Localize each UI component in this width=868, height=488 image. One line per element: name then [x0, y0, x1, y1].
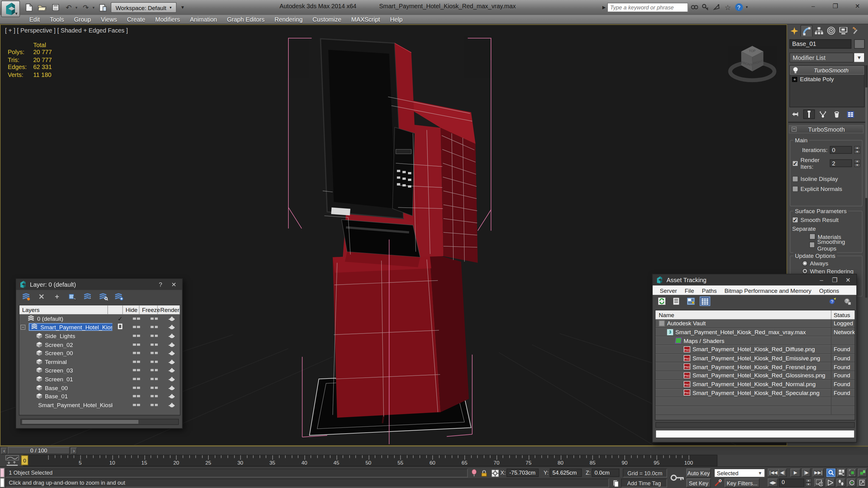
time-configuration-button[interactable]	[814, 479, 824, 487]
render-teapot-icon[interactable]	[168, 402, 175, 408]
menu-rendering[interactable]: Rendering	[270, 16, 308, 23]
stack-item-label[interactable]: TurboSmooth	[801, 67, 861, 73]
stack-item-label[interactable]: Editable Poly	[800, 76, 834, 83]
toggle-dash[interactable]	[133, 343, 140, 346]
asset-row[interactable]: PNGSmart_Payment_Hotel_Kiosk_Red_Glossin…	[655, 371, 855, 380]
absolute-offset-mode-icon[interactable]	[490, 468, 499, 477]
communication-center-icon[interactable]	[712, 2, 721, 12]
ats-minimize-button[interactable]: –	[816, 277, 827, 283]
toggle-dash[interactable]	[151, 395, 158, 397]
expand-icon[interactable]: +	[792, 77, 797, 82]
tab-display[interactable]	[837, 25, 849, 36]
selection-set-dropdown[interactable]: Selected ▼	[714, 468, 765, 477]
maxscript-mini-listener[interactable]	[0, 468, 5, 487]
y-coordinate-field[interactable]: 54.625cm	[550, 468, 582, 477]
pan-view-button[interactable]	[826, 479, 835, 487]
menu-maxscript[interactable]: MAXScript	[346, 16, 385, 23]
asset-row[interactable]: PNGSmart_Payment_Hotel_Kiosk_Red_Specula…	[655, 389, 855, 397]
tab-modify[interactable]	[801, 25, 813, 36]
viewcube-top-label[interactable]: TOP	[749, 49, 756, 53]
open-mini-curve-editor-icon[interactable]	[5, 455, 19, 460]
modifier-list-dropdown[interactable]: Modifier List ▼	[789, 53, 865, 63]
layer-row[interactable]: Screen_01	[20, 375, 180, 383]
show-end-result-button[interactable]	[803, 109, 815, 119]
menu-create[interactable]: Create	[122, 16, 150, 23]
update-radio-when-rendering[interactable]	[802, 268, 807, 274]
toggle-dash[interactable]	[133, 378, 140, 380]
render-teapot-icon[interactable]	[168, 367, 175, 373]
asset-list-header[interactable]: Name Status	[655, 311, 855, 319]
layer-dialog-titlebar[interactable]: Layer: 0 (default) ? ✕	[16, 279, 182, 290]
layer-row[interactable]: Screen_00	[20, 349, 180, 357]
ats-scroll-strip[interactable]	[655, 422, 855, 427]
update-radio-always[interactable]	[802, 261, 807, 266]
x-coordinate-field[interactable]: -75.703cm	[506, 468, 539, 477]
column-current[interactable]	[108, 305, 123, 314]
refresh-button[interactable]	[656, 296, 667, 306]
add-selection-to-layer-button[interactable]: +	[52, 292, 62, 302]
z-coordinate-field[interactable]: 0.0cm	[592, 468, 619, 477]
play-button[interactable]: ▶	[790, 468, 801, 477]
materials-checkbox[interactable]: ✓	[809, 233, 815, 239]
close-button[interactable]: ✕	[850, 1, 865, 11]
object-color-swatch[interactable]	[854, 39, 865, 48]
asset-row[interactable]: Maps / Shaders	[655, 336, 855, 346]
favorites-star-icon[interactable]: ☆	[723, 2, 733, 12]
layer-list-header[interactable]: Layers Hide Freeze Render	[20, 305, 180, 314]
toggle-dash[interactable]	[151, 335, 158, 337]
zoom-extents-all-button[interactable]	[858, 468, 867, 477]
toggle-dash[interactable]	[151, 361, 158, 363]
stack-item-editable-poly[interactable]: + Editable Poly	[790, 75, 864, 84]
frame-spinner[interactable]: ▲▼	[805, 479, 811, 486]
maximize-viewport-toggle-button[interactable]	[857, 479, 866, 487]
select-objects-in-layer-button[interactable]	[67, 292, 78, 302]
go-to-end-button[interactable]: ▶▶|	[813, 468, 824, 477]
asset-row[interactable]: PNGSmart_Payment_Hotel_Kiosk_Red_Diffuse…	[655, 345, 855, 354]
viewcube[interactable]: TOP FRONT RIGHT	[725, 39, 779, 87]
toggle-dash[interactable]	[133, 318, 140, 320]
iterations-spinner[interactable]: ▲▼	[854, 146, 860, 154]
menu-edit[interactable]: Edit	[24, 16, 45, 23]
zoom-all-button[interactable]	[837, 468, 846, 477]
tab-create[interactable]	[788, 25, 801, 36]
layer-row[interactable]: Base_01	[20, 392, 180, 400]
menu-help[interactable]: Help	[385, 16, 408, 23]
layer-horizontal-scrollbar[interactable]	[20, 419, 179, 425]
tab-motion[interactable]	[825, 25, 837, 36]
help-topics-icon[interactable]: ?	[828, 296, 838, 306]
layer-row[interactable]: Screen_02	[20, 340, 180, 349]
set-current-layer-button[interactable]	[83, 292, 93, 302]
ats-close-button[interactable]: ✕	[843, 276, 853, 284]
layer-row[interactable]: Side_Lights	[20, 331, 180, 340]
current-layer-box[interactable]	[118, 324, 123, 329]
collapse-branch-icon[interactable]: −	[20, 325, 25, 330]
toggle-dash[interactable]	[133, 386, 140, 389]
render-teapot-icon[interactable]	[168, 385, 175, 390]
iterations-field[interactable]: 0	[830, 146, 852, 154]
render-teapot-icon[interactable]	[168, 393, 175, 399]
panel-scrollbar[interactable]	[865, 65, 867, 298]
layer-row[interactable]: Terminal	[20, 357, 180, 366]
render-teapot-icon[interactable]	[168, 376, 175, 382]
auto-key-button[interactable]: Auto Key	[686, 468, 711, 477]
make-unique-button[interactable]	[817, 109, 829, 119]
highlight-selected-layer-button[interactable]	[98, 292, 109, 302]
workspace-selector[interactable]: Workspace: Default ▾	[111, 2, 177, 13]
previous-frame-button[interactable]: ◀|	[778, 468, 786, 477]
render-teapot-icon[interactable]	[168, 342, 175, 347]
asset-row[interactable]: 3Smart_Payment_Hotel_Kiosk_Red_max_vray.…	[655, 328, 855, 336]
create-new-layer-button[interactable]	[20, 292, 31, 302]
next-frame-button[interactable]: |▶	[802, 468, 810, 477]
toggle-dash[interactable]	[133, 395, 140, 397]
collapse-icon[interactable]: −	[792, 127, 797, 132]
toggle-dash[interactable]	[133, 361, 140, 363]
ats-menu-server[interactable]: Server	[656, 287, 681, 293]
help-icon[interactable]: ?	[734, 2, 744, 12]
next-frame-arrow[interactable]: ›	[71, 448, 77, 454]
render-teapot-icon[interactable]	[168, 324, 175, 330]
listener-line[interactable]	[0, 478, 5, 487]
key-mode-toggle-button[interactable]: ◀▶	[768, 479, 778, 487]
infocenter-collapse-arrow[interactable]: ▶	[602, 5, 606, 9]
toggle-dash[interactable]	[151, 343, 158, 346]
zoom-mode-button[interactable]	[827, 468, 835, 477]
